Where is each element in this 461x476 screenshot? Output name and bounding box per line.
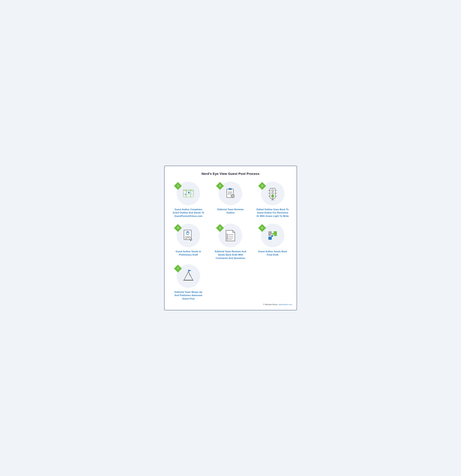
step-7-icon-wrapper: 7 [176, 264, 200, 288]
footer-link[interactable]: www.kitces.com [278, 303, 292, 306]
step-2-label: Editorial Team Reviews Outline [214, 208, 247, 214]
main-card: Nerd's Eye View Guest Post Process 1 [164, 166, 297, 310]
document-pencil-icon [182, 229, 195, 242]
svg-rect-12 [232, 194, 233, 195]
svg-rect-14 [231, 196, 231, 196]
step-3: 3 [253, 182, 292, 218]
svg-point-21 [271, 189, 274, 192]
step-3-icon-wrapper: 3 [261, 182, 285, 205]
svg-rect-15 [234, 196, 235, 196]
svg-marker-48 [184, 272, 193, 280]
footer: © Michael Kitces, www.kitces.com [169, 303, 292, 306]
svg-rect-6 [229, 188, 232, 190]
svg-point-23 [271, 195, 274, 197]
steps-grid-bottom: 7 [169, 264, 292, 300]
step-4: 4 [169, 224, 208, 260]
step-3-label: Edited Outline Goes Back To Guest Author… [256, 208, 289, 218]
map-icon [182, 187, 195, 200]
svg-marker-52 [188, 270, 191, 272]
steps-grid: 1 [169, 182, 292, 260]
step-4-icon-wrapper: 4 [176, 224, 200, 247]
puzzle-icon [266, 229, 279, 242]
empty-cell-2 [253, 264, 292, 300]
svg-point-22 [271, 192, 274, 195]
svg-rect-13 [232, 197, 233, 198]
page-title: Nerd's Eye View Guest Post Process [169, 172, 292, 176]
svg-line-50 [188, 272, 190, 276]
step-6-icon-wrapper: 6 [261, 224, 285, 247]
step-6: 6 Guest Author Sends Back Final Draft [253, 224, 292, 260]
step-7-label: Editorial Team Wraps Up And Publishes Aw… [172, 290, 205, 300]
empty-cell-1 [211, 264, 250, 300]
clipboard-gear-icon [224, 187, 237, 200]
step-1: 1 [169, 182, 208, 218]
step-2: 2 [211, 182, 250, 218]
svg-line-49 [186, 272, 188, 276]
step-6-label: Guest Author Sends Back Final Draft [256, 250, 289, 257]
step-7: 7 [169, 264, 208, 300]
mountain-flag-icon [182, 269, 195, 283]
traffic-light-icon [266, 187, 279, 200]
svg-point-34 [187, 231, 188, 233]
svg-rect-0 [183, 190, 193, 197]
svg-point-1 [188, 192, 190, 193]
step-4-label: Guest Author Sends In Preliminary Draft [172, 250, 205, 257]
step-1-icon-wrapper: 1 [176, 182, 200, 205]
step-5-icon-wrapper: 5 [219, 224, 242, 247]
document-checklist-icon [224, 229, 237, 242]
step-1-label: Guest Author Completes 3x3x3 Outline And… [172, 208, 205, 218]
footer-text: © Michael Kitces, [263, 303, 278, 306]
step-5-label: Editorial Team Reviews And Sends Back Dr… [214, 250, 247, 260]
step-5: 5 [211, 224, 250, 260]
step-2-icon-wrapper: 2 [219, 182, 242, 205]
